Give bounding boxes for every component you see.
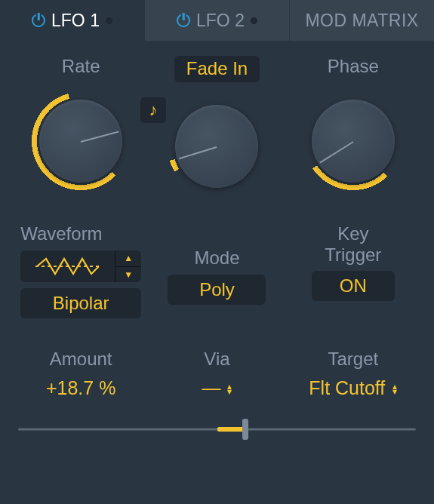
power-icon[interactable]: [177, 14, 190, 27]
rate-column: Rate: [24, 56, 137, 198]
via-group: Via — ▴▾: [202, 349, 232, 399]
note-icon: ♪: [149, 100, 158, 120]
tab-bar: LFO 1 LFO 2 MOD MATRIX: [0, 0, 434, 41]
amount-label: Amount: [50, 349, 112, 370]
phase-knob[interactable]: [297, 85, 410, 198]
chevron-up-icon[interactable]: ▲: [115, 250, 141, 267]
updown-icon: ▴▾: [227, 384, 232, 395]
assign-dot-icon: [251, 17, 257, 24]
power-icon[interactable]: [32, 14, 45, 27]
keytrigger-group: Key Trigger ON: [312, 223, 395, 318]
amount-slider[interactable]: [17, 417, 417, 441]
target-group: Target Flt Cutoff ▴▾: [309, 349, 397, 399]
tab-lfo1[interactable]: LFO 1: [0, 0, 145, 41]
tab-label: LFO 1: [51, 11, 100, 31]
slider-fill: [217, 427, 245, 432]
slider-thumb[interactable]: [242, 419, 248, 440]
lfo-panel: LFO 1 LFO 2 MOD MATRIX Rate ♪: [0, 0, 434, 504]
phase-label: Phase: [328, 56, 379, 77]
mode-group: Mode Poly: [168, 223, 266, 318]
target-label: Target: [328, 349, 378, 370]
waveform-select[interactable]: ▲ ▼: [20, 250, 141, 282]
via-label: Via: [204, 349, 229, 370]
waveform-display: [20, 250, 115, 282]
tab-label: LFO 2: [196, 11, 245, 31]
tab-modmatrix[interactable]: MOD MATRIX: [290, 0, 434, 41]
mode-button[interactable]: Poly: [168, 275, 266, 305]
via-value: —: [202, 377, 220, 399]
tab-lfo2[interactable]: LFO 2: [145, 0, 290, 41]
waveform-group: Waveform ▲ ▼ Bipolar: [20, 223, 141, 318]
chevron-down-icon[interactable]: ▼: [115, 267, 141, 283]
amount-value[interactable]: +18.7 %: [46, 377, 115, 399]
target-value: Flt Cutoff: [309, 377, 385, 399]
rate-knob[interactable]: [24, 85, 137, 198]
amount-group: Amount +18.7 %: [46, 349, 115, 399]
waveform-stepper[interactable]: ▲ ▼: [115, 250, 141, 282]
target-select[interactable]: Flt Cutoff ▴▾: [309, 377, 397, 399]
tab-label: MOD MATRIX: [305, 11, 418, 31]
mode-label: Mode: [194, 247, 239, 269]
updown-icon: ▴▾: [392, 384, 397, 395]
rate-label: Rate: [62, 56, 100, 77]
phase-column: Phase: [297, 56, 410, 198]
keytrigger-button[interactable]: ON: [312, 271, 395, 301]
assign-dot-icon: [106, 17, 112, 24]
fadein-column: Fade In: [160, 56, 273, 203]
fadein-label[interactable]: Fade In: [174, 56, 260, 82]
via-select[interactable]: — ▴▾: [202, 377, 232, 399]
fadein-knob[interactable]: [160, 90, 273, 203]
bipolar-button[interactable]: Bipolar: [20, 288, 141, 318]
keytrigger-label: Key Trigger: [325, 223, 381, 265]
waveform-label: Waveform: [20, 223, 102, 244]
